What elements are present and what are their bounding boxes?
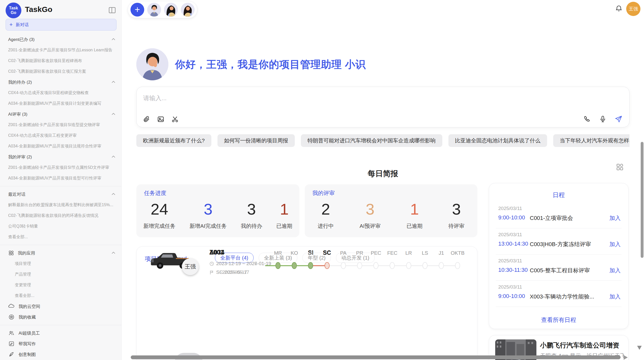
sidebar-recent-section: 最近对话解释最新出台的欧盟报废车法规再生塑料比例被调至15%...C02-飞腾新… [0, 189, 121, 242]
suggestion-chip[interactable]: 比亚迪全固态电池计划具体说了什么 [448, 134, 547, 147]
milestone-node[interactable] [341, 262, 346, 269]
milestone-node[interactable] [406, 262, 411, 269]
sidebar-item[interactable]: C02-飞腾新能源轻客改款项目里程碑画布 [0, 55, 121, 66]
sidebar-item-star[interactable]: 我的收藏 [0, 312, 121, 322]
chat-input[interactable]: 请输入... [143, 94, 167, 102]
schedule-date: 2025/03/11 [498, 206, 522, 211]
stat-value: 3 [360, 199, 381, 219]
sidebar-item-label: 我的收藏 [19, 314, 36, 320]
sidebar-item-people[interactable]: AI超级员工 [0, 328, 121, 338]
sidebar-section-header[interactable]: AI评审 (3) [0, 109, 121, 119]
sidebar-section-header[interactable]: 我的待办 (2) [0, 77, 121, 87]
sidebar-links: 我的云空间我的收藏 [0, 301, 121, 322]
send-icon[interactable] [614, 115, 623, 123]
app-menu-item[interactable]: 查看全部... [0, 290, 121, 301]
phone-icon[interactable] [583, 115, 591, 123]
sidebar-item-write[interactable]: 帮我写作 [0, 338, 121, 349]
sidebar-item[interactable]: Z001-全新燃油轻卡产品开发项目SI节点属性5D文件评审 [0, 162, 121, 173]
milestone-node[interactable] [455, 262, 460, 269]
microphone-icon[interactable] [599, 115, 607, 123]
recent-conversation-item[interactable]: 查看全部... [0, 232, 121, 242]
sidebar-item[interactable]: C02-飞腾新能源轻客改款项目立项汇报方案 [0, 66, 121, 77]
member-avatar[interactable] [181, 3, 195, 17]
join-button[interactable]: 加入 [609, 267, 621, 274]
sidebar-item-pen[interactable]: 创意制图 [0, 349, 121, 360]
sidebar-apps-header[interactable]: 我的应用 [0, 248, 121, 258]
suggestion-chip[interactable]: 当下年轻人对汽车外观有怎样的喜好趋势 [553, 134, 630, 147]
apps-grid-icon [8, 250, 14, 256]
image-icon[interactable] [157, 115, 165, 123]
schedule-divider [496, 228, 622, 228]
new-chat-button[interactable]: + 新对话 [6, 19, 116, 31]
composer-right-icons [583, 115, 623, 123]
star-icon [8, 314, 14, 320]
milestone-node[interactable] [373, 262, 378, 269]
recent-conversation-item[interactable]: 解释最新出台的欧盟报废车法规再生塑料比例被调至15%... [0, 200, 121, 210]
sidebar-section-header[interactable]: 我的评审 (2) [0, 152, 121, 162]
attachment-icon[interactable] [143, 115, 150, 123]
section-title: 我的应用 [18, 250, 111, 256]
notification-bell-icon[interactable] [615, 5, 623, 12]
join-button[interactable]: 加入 [609, 214, 621, 222]
member-avatar[interactable] [147, 3, 161, 17]
layout-grid-icon[interactable] [616, 163, 624, 171]
stat: 3待评审 [448, 199, 464, 230]
suggestion-chips: 欧洲新规最近颁布了什么?如何写一份清晰的项目周报特朗普可能对进口汽车增税会对中国… [136, 134, 630, 147]
suggestion-chip[interactable]: 特朗普可能对进口汽车增税会对中国车企造成哪些影响 [301, 134, 442, 147]
view-all-schedule-link[interactable]: 查看所有日程 [489, 316, 628, 324]
sidebar-item[interactable]: C0X4-动力总成开发项目工程变更评审 [0, 130, 121, 141]
vertical-scrollbar[interactable] [641, 142, 643, 258]
milestone-node[interactable] [439, 262, 444, 269]
add-member-button[interactable]: + [130, 3, 144, 17]
milestone-node[interactable] [325, 262, 330, 269]
app-menu-item[interactable]: 产品管理 [0, 269, 121, 280]
milestone-node[interactable] [390, 262, 395, 269]
member-avatar[interactable] [164, 3, 178, 17]
recent-conversation-item[interactable]: 公司Q3轻卡销量 [0, 221, 121, 232]
scroll-down-arrow-icon[interactable] [637, 346, 642, 350]
stat-label: 待评审 [448, 222, 464, 230]
stat-value: 3 [448, 199, 464, 219]
user-avatar[interactable]: 王强 [626, 2, 640, 16]
sidebar-item[interactable]: Z001-全新燃油皮卡产品开发项目SI节点Lesson Learn报告 [0, 45, 121, 55]
milestone-node[interactable] [422, 262, 428, 269]
milestone-label: J1 [432, 250, 450, 256]
recent-conversation-item[interactable]: C02-飞腾新能源轻客改款项目的闭环通告反馈情况 [0, 210, 121, 221]
scroll-right-arrow-icon[interactable] [624, 355, 628, 360]
horizontal-scrollbar[interactable] [131, 355, 621, 359]
milestone-node[interactable] [275, 262, 281, 269]
sidebar-item[interactable]: C0X4-动力总成开发项目SI里程碑提交物检查 [0, 87, 121, 98]
stat: 2进行中 [318, 199, 334, 230]
schedule-time: 10:30-11:30 [498, 267, 528, 273]
milestone-node[interactable] [292, 262, 297, 269]
stat-label: AI预评审 [360, 222, 381, 230]
clock-icon [209, 261, 214, 266]
user-name: 王强 [629, 6, 638, 12]
project-dates-text: 2023-12-19 ~ 2026-01-19 [216, 261, 271, 266]
sidebar-item-cloud[interactable]: 我的云空间 [0, 301, 121, 312]
app-menu-item[interactable]: 变更管理 [0, 280, 121, 290]
project-row: 王强A0342023-12-19 ~ 2026-01-19SC-2025-05-… [137, 247, 477, 285]
scissors-icon[interactable] [171, 115, 179, 123]
sidebar-section-header[interactable]: Agent已办 (3) [0, 34, 121, 45]
sidebar-item[interactable]: A034-全新新能源MUV产品开发项目造型可行性评审 [0, 173, 121, 184]
schedule-divider [496, 280, 622, 281]
sidebar-recent-header[interactable]: 最近对话 [0, 189, 121, 200]
sidebar-item[interactable]: A034-全新新能源MUV产品开发项目法规符合性评审 [0, 141, 121, 152]
sidebar-collapse-icon[interactable] [108, 6, 116, 14]
sidebar-item-label: 帮我写作 [19, 341, 36, 347]
sidebar-item[interactable]: Z001-全新燃油轻卡产品开发项目SI造型提交物评审 [0, 119, 121, 130]
milestone-node[interactable] [357, 262, 362, 269]
join-button[interactable]: 加入 [609, 241, 621, 248]
milestone-node[interactable] [308, 262, 313, 269]
sidebar-item[interactable]: A034-全新新能源MUV产品开发项目计划变更表编写 [0, 98, 121, 109]
project-flag-text: SC-2025-05-17 [216, 269, 249, 275]
sidebar-tools: AI超级员工帮我写作创意制图 [0, 328, 121, 360]
join-button[interactable]: 加入 [609, 293, 621, 301]
sidebar-apps-section: 我的应用项目管理产品管理变更管理查看全部... [0, 248, 121, 301]
suggestion-chip[interactable]: 如何写一份清晰的项目周报 [217, 134, 295, 147]
suggestion-chip[interactable]: 欧洲新规最近颁布了什么? [136, 134, 211, 147]
app-menu-item[interactable]: 项目管理 [0, 258, 121, 269]
milestone-label: SI [302, 250, 319, 256]
flag-icon [209, 270, 214, 275]
